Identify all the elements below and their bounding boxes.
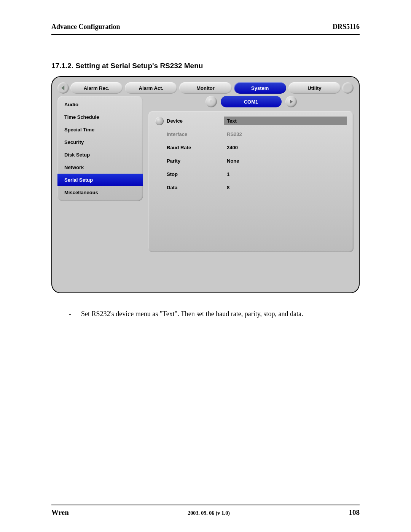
tab-label: System xyxy=(251,85,269,91)
tabs-left-arrow[interactable] xyxy=(57,82,69,94)
settings-panel: DeviceTextInterfaceRS232Baud Rate2400Par… xyxy=(148,111,354,252)
sidebar-item-special-time[interactable]: Special Time xyxy=(57,123,143,136)
sidebar-item-disk-setup[interactable]: Disk Setup xyxy=(57,149,143,161)
tab-utility[interactable]: Utility xyxy=(288,82,341,94)
com-next-button[interactable] xyxy=(285,96,297,107)
sidebar-item-miscellaneous[interactable]: Miscellaneous xyxy=(57,186,143,199)
settings-label: Interface xyxy=(167,131,187,137)
settings-row-device[interactable]: DeviceText xyxy=(155,117,347,125)
page-header: Advance Configuration DRS5116 xyxy=(51,23,360,35)
settings-label-col: Parity xyxy=(155,158,224,164)
settings-row-parity[interactable]: ParityNone xyxy=(155,157,347,165)
tab-alarm-rec[interactable]: Alarm Rec. xyxy=(70,82,123,94)
com-label-pill[interactable]: COM1 xyxy=(221,96,282,107)
sidebar-item-label: Time Schedule xyxy=(64,114,99,120)
device-ui-panel: Alarm Rec.Alarm Act.MonitorSystemUtility… xyxy=(51,76,360,293)
sidebar-item-network[interactable]: Network xyxy=(57,161,143,174)
sidebar-item-label: Serial Setup xyxy=(64,177,93,183)
sidebar-item-audio[interactable]: Audio xyxy=(57,98,143,111)
settings-label-col: Data xyxy=(155,185,224,190)
sidebar: AudioTime ScheduleSpecial TimeSecurityDi… xyxy=(57,96,143,201)
tab-label: Monitor xyxy=(196,85,215,91)
tabs-right-arrow[interactable] xyxy=(342,82,354,94)
settings-label: Parity xyxy=(167,158,180,164)
settings-label: Data xyxy=(167,185,177,190)
settings-label-col: Stop xyxy=(155,171,224,177)
body-text-row: - Set RS232's device menu as "Text". The… xyxy=(51,310,360,318)
com-selector-row: COM1 xyxy=(148,96,354,107)
settings-value[interactable]: Text xyxy=(224,117,347,125)
sidebar-item-serial-setup[interactable]: Serial Setup xyxy=(57,174,143,186)
settings-value[interactable]: None xyxy=(224,157,347,165)
footer-left: Wren xyxy=(51,508,69,517)
settings-row-baud-rate[interactable]: Baud Rate2400 xyxy=(155,143,347,152)
settings-value[interactable]: 1 xyxy=(224,170,347,179)
svg-point-1 xyxy=(346,86,350,90)
svg-point-2 xyxy=(209,100,212,103)
right-pane: COM1 DeviceTextInterfaceRS232Baud Rate24… xyxy=(148,96,354,252)
settings-label: Device xyxy=(167,118,183,124)
settings-label: Baud Rate xyxy=(167,145,191,150)
tab-monitor[interactable]: Monitor xyxy=(179,82,231,94)
page-footer: Wren 2003. 09. 06 (v 1.0) 108 xyxy=(51,505,360,517)
sidebar-item-label: Miscellaneous xyxy=(64,190,98,195)
settings-value[interactable]: RS232 xyxy=(224,130,347,139)
sidebar-item-label: Special Time xyxy=(64,127,94,133)
sidebar-item-label: Security xyxy=(64,139,84,145)
tab-label: Alarm Rec. xyxy=(84,85,110,91)
tab-alarm-act[interactable]: Alarm Act. xyxy=(125,82,177,94)
settings-value[interactable]: 8 xyxy=(224,183,347,192)
settings-label: Stop xyxy=(167,171,178,177)
settings-row-interface[interactable]: InterfaceRS232 xyxy=(155,130,347,139)
sidebar-item-label: Audio xyxy=(64,102,78,107)
com-prev-button[interactable] xyxy=(206,96,217,107)
chevron-right-icon xyxy=(288,99,294,104)
sidebar-item-label: Disk Setup xyxy=(64,152,90,158)
tab-label: Utility xyxy=(307,85,321,91)
settings-label-col: Interface xyxy=(155,131,224,137)
header-right: DRS5116 xyxy=(333,23,360,31)
settings-row-stop[interactable]: Stop1 xyxy=(155,170,347,179)
sidebar-item-label: Network xyxy=(64,165,84,170)
header-left: Advance Configuration xyxy=(51,23,120,31)
body-bullet: - xyxy=(69,310,71,318)
top-tabs: Alarm Rec.Alarm Act.MonitorSystemUtility xyxy=(57,82,354,94)
svg-marker-0 xyxy=(61,86,64,91)
sidebar-item-security[interactable]: Security xyxy=(57,136,143,149)
row-knob-icon[interactable] xyxy=(155,117,164,125)
settings-row-data[interactable]: Data8 xyxy=(155,183,347,192)
settings-label-col: Device xyxy=(155,117,224,125)
tab-label: Alarm Act. xyxy=(139,85,164,91)
settings-label-col: Baud Rate xyxy=(155,145,224,150)
sidebar-item-time-schedule[interactable]: Time Schedule xyxy=(57,111,143,123)
settings-value[interactable]: 2400 xyxy=(224,143,347,152)
blank-circle-icon xyxy=(345,85,351,91)
com-label: COM1 xyxy=(244,99,258,105)
tab-system[interactable]: System xyxy=(234,82,286,94)
section-title: 17.1.2. Setting at Serial Setup's RS232 … xyxy=(51,62,360,70)
chevron-left-icon xyxy=(60,85,66,91)
footer-center: 2003. 09. 06 (v 1.0) xyxy=(188,510,230,516)
blank-knob-icon xyxy=(209,99,214,104)
svg-marker-3 xyxy=(290,100,293,104)
body-text: Set RS232's device menu as "Text". Then … xyxy=(81,310,303,318)
footer-right: 108 xyxy=(349,508,360,517)
